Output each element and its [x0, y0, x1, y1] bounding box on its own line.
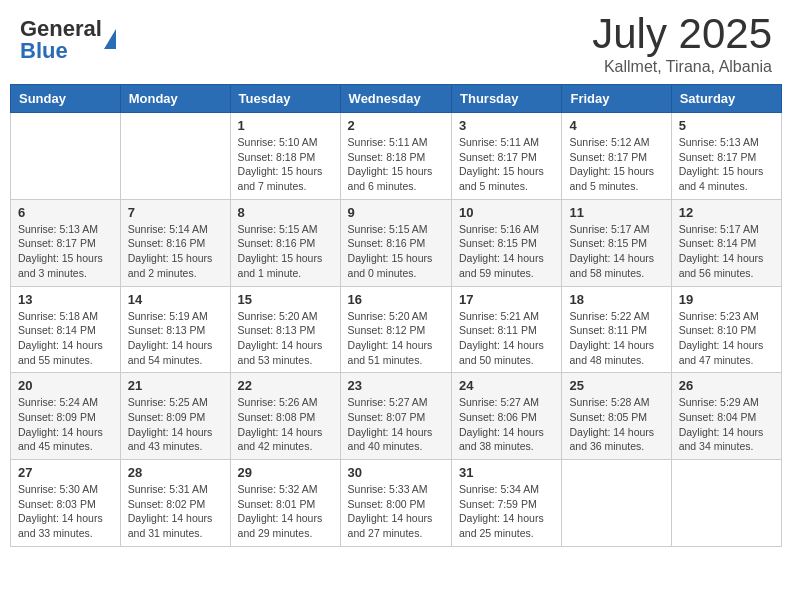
calendar-cell: 11Sunrise: 5:17 AM Sunset: 8:15 PM Dayli… — [562, 199, 671, 286]
day-number: 19 — [679, 292, 774, 307]
day-info: Sunrise: 5:26 AM Sunset: 8:08 PM Dayligh… — [238, 395, 333, 454]
day-number: 11 — [569, 205, 663, 220]
calendar-cell — [562, 460, 671, 547]
day-info: Sunrise: 5:21 AM Sunset: 8:11 PM Dayligh… — [459, 309, 554, 368]
calendar-cell: 19Sunrise: 5:23 AM Sunset: 8:10 PM Dayli… — [671, 286, 781, 373]
day-info: Sunrise: 5:23 AM Sunset: 8:10 PM Dayligh… — [679, 309, 774, 368]
day-info: Sunrise: 5:29 AM Sunset: 8:04 PM Dayligh… — [679, 395, 774, 454]
day-number: 31 — [459, 465, 554, 480]
location-title: Kallmet, Tirana, Albania — [592, 58, 772, 76]
day-number: 27 — [18, 465, 113, 480]
day-number: 8 — [238, 205, 333, 220]
day-info: Sunrise: 5:14 AM Sunset: 8:16 PM Dayligh… — [128, 222, 223, 281]
day-number: 28 — [128, 465, 223, 480]
weekday-header-monday: Monday — [120, 85, 230, 113]
weekday-header-thursday: Thursday — [452, 85, 562, 113]
day-info: Sunrise: 5:33 AM Sunset: 8:00 PM Dayligh… — [348, 482, 444, 541]
day-number: 3 — [459, 118, 554, 133]
logo-triangle-icon — [104, 29, 116, 49]
calendar-cell — [671, 460, 781, 547]
day-number: 2 — [348, 118, 444, 133]
week-row-2: 6Sunrise: 5:13 AM Sunset: 8:17 PM Daylig… — [11, 199, 782, 286]
calendar-cell — [11, 113, 121, 200]
day-number: 26 — [679, 378, 774, 393]
calendar-cell: 13Sunrise: 5:18 AM Sunset: 8:14 PM Dayli… — [11, 286, 121, 373]
day-number: 14 — [128, 292, 223, 307]
day-info: Sunrise: 5:15 AM Sunset: 8:16 PM Dayligh… — [348, 222, 444, 281]
day-info: Sunrise: 5:11 AM Sunset: 8:18 PM Dayligh… — [348, 135, 444, 194]
day-number: 1 — [238, 118, 333, 133]
day-info: Sunrise: 5:16 AM Sunset: 8:15 PM Dayligh… — [459, 222, 554, 281]
calendar-cell: 14Sunrise: 5:19 AM Sunset: 8:13 PM Dayli… — [120, 286, 230, 373]
day-info: Sunrise: 5:31 AM Sunset: 8:02 PM Dayligh… — [128, 482, 223, 541]
calendar-cell: 16Sunrise: 5:20 AM Sunset: 8:12 PM Dayli… — [340, 286, 451, 373]
calendar-cell: 10Sunrise: 5:16 AM Sunset: 8:15 PM Dayli… — [452, 199, 562, 286]
calendar-cell — [120, 113, 230, 200]
calendar-cell: 24Sunrise: 5:27 AM Sunset: 8:06 PM Dayli… — [452, 373, 562, 460]
day-info: Sunrise: 5:30 AM Sunset: 8:03 PM Dayligh… — [18, 482, 113, 541]
day-info: Sunrise: 5:28 AM Sunset: 8:05 PM Dayligh… — [569, 395, 663, 454]
day-number: 7 — [128, 205, 223, 220]
day-info: Sunrise: 5:27 AM Sunset: 8:06 PM Dayligh… — [459, 395, 554, 454]
day-info: Sunrise: 5:17 AM Sunset: 8:14 PM Dayligh… — [679, 222, 774, 281]
day-info: Sunrise: 5:25 AM Sunset: 8:09 PM Dayligh… — [128, 395, 223, 454]
calendar-cell: 5Sunrise: 5:13 AM Sunset: 8:17 PM Daylig… — [671, 113, 781, 200]
calendar-cell: 4Sunrise: 5:12 AM Sunset: 8:17 PM Daylig… — [562, 113, 671, 200]
day-info: Sunrise: 5:12 AM Sunset: 8:17 PM Dayligh… — [569, 135, 663, 194]
calendar-cell: 3Sunrise: 5:11 AM Sunset: 8:17 PM Daylig… — [452, 113, 562, 200]
calendar-cell: 9Sunrise: 5:15 AM Sunset: 8:16 PM Daylig… — [340, 199, 451, 286]
day-number: 9 — [348, 205, 444, 220]
day-info: Sunrise: 5:18 AM Sunset: 8:14 PM Dayligh… — [18, 309, 113, 368]
day-number: 20 — [18, 378, 113, 393]
day-number: 30 — [348, 465, 444, 480]
calendar-cell: 2Sunrise: 5:11 AM Sunset: 8:18 PM Daylig… — [340, 113, 451, 200]
calendar-cell: 22Sunrise: 5:26 AM Sunset: 8:08 PM Dayli… — [230, 373, 340, 460]
calendar-table: SundayMondayTuesdayWednesdayThursdayFrid… — [10, 84, 782, 547]
day-info: Sunrise: 5:27 AM Sunset: 8:07 PM Dayligh… — [348, 395, 444, 454]
day-info: Sunrise: 5:11 AM Sunset: 8:17 PM Dayligh… — [459, 135, 554, 194]
calendar-cell: 28Sunrise: 5:31 AM Sunset: 8:02 PM Dayli… — [120, 460, 230, 547]
week-row-4: 20Sunrise: 5:24 AM Sunset: 8:09 PM Dayli… — [11, 373, 782, 460]
weekday-header-friday: Friday — [562, 85, 671, 113]
logo: General Blue — [20, 18, 116, 62]
weekday-header-saturday: Saturday — [671, 85, 781, 113]
day-info: Sunrise: 5:19 AM Sunset: 8:13 PM Dayligh… — [128, 309, 223, 368]
day-number: 5 — [679, 118, 774, 133]
day-info: Sunrise: 5:10 AM Sunset: 8:18 PM Dayligh… — [238, 135, 333, 194]
calendar-cell: 26Sunrise: 5:29 AM Sunset: 8:04 PM Dayli… — [671, 373, 781, 460]
logo-blue: Blue — [20, 38, 68, 63]
day-number: 24 — [459, 378, 554, 393]
week-row-3: 13Sunrise: 5:18 AM Sunset: 8:14 PM Dayli… — [11, 286, 782, 373]
day-number: 21 — [128, 378, 223, 393]
day-info: Sunrise: 5:32 AM Sunset: 8:01 PM Dayligh… — [238, 482, 333, 541]
title-area: July 2025 Kallmet, Tirana, Albania — [592, 10, 772, 76]
day-number: 29 — [238, 465, 333, 480]
day-info: Sunrise: 5:20 AM Sunset: 8:12 PM Dayligh… — [348, 309, 444, 368]
week-row-5: 27Sunrise: 5:30 AM Sunset: 8:03 PM Dayli… — [11, 460, 782, 547]
weekday-header-wednesday: Wednesday — [340, 85, 451, 113]
calendar-cell: 7Sunrise: 5:14 AM Sunset: 8:16 PM Daylig… — [120, 199, 230, 286]
day-info: Sunrise: 5:15 AM Sunset: 8:16 PM Dayligh… — [238, 222, 333, 281]
day-info: Sunrise: 5:34 AM Sunset: 7:59 PM Dayligh… — [459, 482, 554, 541]
calendar-cell: 29Sunrise: 5:32 AM Sunset: 8:01 PM Dayli… — [230, 460, 340, 547]
day-number: 23 — [348, 378, 444, 393]
day-number: 6 — [18, 205, 113, 220]
calendar-cell: 17Sunrise: 5:21 AM Sunset: 8:11 PM Dayli… — [452, 286, 562, 373]
day-info: Sunrise: 5:13 AM Sunset: 8:17 PM Dayligh… — [18, 222, 113, 281]
logo-text: General Blue — [20, 18, 102, 62]
calendar-cell: 21Sunrise: 5:25 AM Sunset: 8:09 PM Dayli… — [120, 373, 230, 460]
day-number: 22 — [238, 378, 333, 393]
day-number: 10 — [459, 205, 554, 220]
weekday-header-sunday: Sunday — [11, 85, 121, 113]
week-row-1: 1Sunrise: 5:10 AM Sunset: 8:18 PM Daylig… — [11, 113, 782, 200]
calendar-cell: 23Sunrise: 5:27 AM Sunset: 8:07 PM Dayli… — [340, 373, 451, 460]
day-number: 25 — [569, 378, 663, 393]
calendar-cell: 30Sunrise: 5:33 AM Sunset: 8:00 PM Dayli… — [340, 460, 451, 547]
calendar-cell: 1Sunrise: 5:10 AM Sunset: 8:18 PM Daylig… — [230, 113, 340, 200]
day-info: Sunrise: 5:24 AM Sunset: 8:09 PM Dayligh… — [18, 395, 113, 454]
weekday-header-tuesday: Tuesday — [230, 85, 340, 113]
calendar-cell: 12Sunrise: 5:17 AM Sunset: 8:14 PM Dayli… — [671, 199, 781, 286]
day-info: Sunrise: 5:20 AM Sunset: 8:13 PM Dayligh… — [238, 309, 333, 368]
calendar-cell: 20Sunrise: 5:24 AM Sunset: 8:09 PM Dayli… — [11, 373, 121, 460]
day-info: Sunrise: 5:13 AM Sunset: 8:17 PM Dayligh… — [679, 135, 774, 194]
